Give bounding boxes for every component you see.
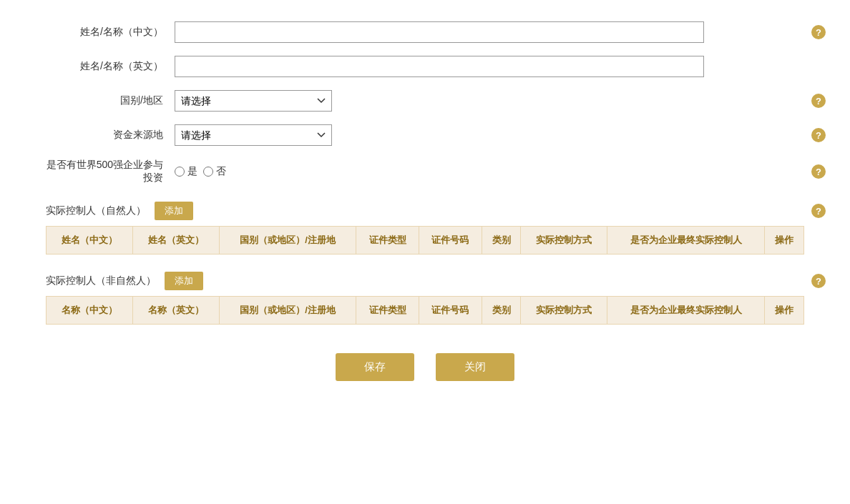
natural-col-cert-type: 证件类型 [356,227,419,255]
fortune500-no-radio[interactable] [203,167,213,177]
country-help-icon[interactable]: ? [811,94,826,108]
name-zh-help-icon[interactable]: ? [811,25,826,39]
natural-person-table: 姓名（中文） 姓名（英文） 国别（或地区）/注册地 证件类型 证件号码 类别 实… [46,226,804,255]
name-zh-label: 姓名/名称（中文） [46,26,175,39]
funding-source-label: 资金来源地 [46,129,175,142]
bottom-button-row: 保存 关闭 [46,353,804,381]
name-en-input[interactable] [175,56,704,77]
non-natural-col-control-method: 实际控制方式 [521,297,607,325]
non-natural-add-button[interactable]: 添加 [165,272,203,290]
fortune500-label: 是否有世界500强企业参与投资 [46,159,175,184]
non-natural-col-category: 类别 [482,297,521,325]
fortune500-radio-group: 是 否 [175,165,226,178]
natural-person-title: 实际控制人（自然人） [46,204,146,217]
close-button[interactable]: 关闭 [436,353,514,381]
country-label: 国别/地区 [46,94,175,107]
natural-person-table-header-row: 姓名（中文） 姓名（英文） 国别（或地区）/注册地 证件类型 证件号码 类别 实… [47,227,804,255]
non-natural-help-icon[interactable]: ? [811,274,826,288]
funding-source-select[interactable]: 请选择 [175,124,332,146]
non-natural-title: 实际控制人（非自然人） [46,275,156,287]
natural-col-cert-no: 证件号码 [419,227,482,255]
non-natural-col-country: 国别（或地区）/注册地 [219,297,356,325]
natural-col-control-method: 实际控制方式 [521,227,607,255]
natural-col-name-zh: 姓名（中文） [47,227,133,255]
funding-help-icon[interactable]: ? [811,128,826,142]
natural-col-country: 国别（或地区）/注册地 [219,227,356,255]
natural-person-add-button[interactable]: 添加 [155,202,193,220]
natural-person-section-header: 实际控制人（自然人） 添加 ? [46,202,804,220]
non-natural-col-name-zh: 名称（中文） [47,297,133,325]
fortune500-yes-option[interactable]: 是 [175,165,197,178]
natural-person-help-icon[interactable]: ? [811,204,826,218]
non-natural-table-header-row: 名称（中文） 名称（英文） 国别（或地区）/注册地 证件类型 证件号码 类别 实… [47,297,804,325]
name-en-label: 姓名/名称（英文） [46,60,175,73]
non-natural-section-header: 实际控制人（非自然人） 添加 ? [46,272,804,290]
name-zh-input[interactable] [175,21,704,43]
non-natural-col-cert-no: 证件号码 [419,297,482,325]
natural-col-name-en: 姓名（英文） [132,227,219,255]
fortune500-yes-radio[interactable] [175,167,185,177]
non-natural-col-is-ultimate: 是否为企业最终实际控制人 [607,297,765,325]
fortune500-no-option[interactable]: 否 [203,165,226,178]
non-natural-col-name-en: 名称（英文） [132,297,219,325]
fortune500-no-label: 否 [216,165,226,178]
fortune500-yes-label: 是 [187,165,197,178]
save-button[interactable]: 保存 [336,353,414,381]
country-select[interactable]: 请选择 [175,90,332,112]
fortune500-help-icon[interactable]: ? [811,164,826,179]
natural-col-is-ultimate: 是否为企业最终实际控制人 [607,227,765,255]
non-natural-col-operation: 操作 [765,297,804,325]
natural-col-category: 类别 [482,227,521,255]
natural-col-operation: 操作 [765,227,804,255]
non-natural-col-cert-type: 证件类型 [356,297,419,325]
non-natural-table: 名称（中文） 名称（英文） 国别（或地区）/注册地 证件类型 证件号码 类别 实… [46,296,804,325]
